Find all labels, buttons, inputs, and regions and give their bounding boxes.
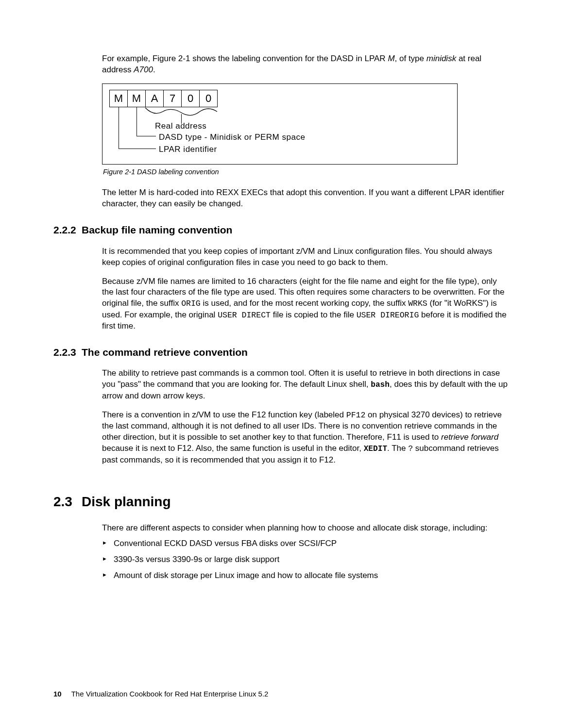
list-item: Conventional ECKD DASD versus FBA disks … — [102, 538, 510, 549]
list-item: Amount of disk storage per Linux image a… — [102, 570, 510, 581]
heading-2-2-2: 2.2.2Backup file naming convention — [53, 223, 510, 237]
label-cells: M M A 7 0 0 — [109, 90, 218, 107]
heading-2-2-3: 2.2.3The command retrieve convention — [53, 346, 510, 359]
page-number: 10 — [53, 690, 62, 698]
heading-text: Disk planning — [82, 494, 171, 509]
figure-label-real: Real address — [155, 121, 206, 132]
cell: 7 — [164, 90, 182, 107]
text: because it is next to F12. Also, the sam… — [102, 444, 364, 453]
heading-number: 2.2.2 — [53, 223, 82, 237]
lpar-var: M — [388, 54, 394, 63]
figure-2-1: M M A 7 0 0 Real address DASD type - Min… — [102, 83, 458, 165]
document-page: For example, Figure 2-1 shows the labeli… — [0, 0, 563, 728]
list-item: 3390-3s versus 3390-9s or large disk sup… — [102, 554, 510, 565]
text: For example, Figure 2-1 shows the labeli… — [102, 54, 388, 63]
text: file is copied to the file — [271, 310, 357, 319]
figure-label-type: DASD type - Minidisk or PERM space — [159, 132, 305, 143]
section-2-2-3-body: The ability to retrieve past commands is… — [102, 368, 510, 466]
intro-block: For example, Figure 2-1 shows the labeli… — [102, 53, 510, 210]
heading-text: Backup file naming convention — [82, 224, 232, 235]
page-footer: 10The Virtualization Cookbook for Red Ha… — [53, 689, 268, 699]
connector — [119, 107, 119, 149]
paragraph: Because z/VM file names are limited to 1… — [102, 276, 510, 332]
bullet-list: Conventional ECKD DASD versus FBA disks … — [102, 538, 510, 581]
inline-code: WRKS — [408, 299, 427, 308]
text: , of type — [395, 54, 427, 63]
text: is used, and for the most recent working… — [201, 298, 408, 308]
connector — [119, 149, 156, 149]
figure-caption: Figure 2-1 DASD labeling convention — [103, 167, 510, 177]
connector — [136, 136, 156, 136]
heading-2-3: 2.3Disk planning — [53, 493, 510, 511]
text: . The — [387, 444, 408, 453]
inline-code: bash — [371, 381, 390, 389]
heading-text: The command retrieve convention — [82, 347, 248, 358]
paragraph: There is a convention in z/VM to use the… — [102, 410, 510, 466]
heading-number: 2.2.3 — [53, 346, 82, 359]
section-2-3-body: There are different aspects to consider … — [102, 523, 510, 582]
text: There is a convention in z/VM to use the… — [102, 410, 346, 419]
connector — [136, 107, 137, 136]
type-var: minidisk — [427, 54, 456, 63]
inline-code: XEDIT — [364, 445, 387, 453]
inline-code: ORIG — [181, 299, 201, 308]
inline-code: ? — [408, 444, 413, 453]
italic-term: retrieve forward — [441, 432, 498, 442]
paragraph: There are different aspects to consider … — [102, 523, 510, 534]
after-figure-paragraph: The letter M is hard-coded into REXX EXE… — [102, 187, 510, 210]
book-title: The Virtualization Cookbook for Red Hat … — [71, 690, 269, 698]
addr-var: A700 — [134, 65, 153, 74]
figure-label-lpar: LPAR identifier — [159, 144, 217, 155]
cell: 0 — [182, 90, 200, 107]
text: . — [153, 65, 155, 74]
inline-code: PF12 — [346, 411, 366, 420]
cell: 0 — [200, 90, 217, 107]
inline-code: USER DIRECT — [218, 311, 271, 320]
cell: A — [146, 90, 164, 107]
inline-code: USER DIREORIG — [357, 311, 419, 320]
paragraph: It is recommended that you keep copies o… — [102, 246, 510, 268]
section-2-2-2-body: It is recommended that you keep copies o… — [102, 246, 510, 332]
heading-number: 2.3 — [53, 493, 82, 511]
cell: M — [110, 90, 128, 107]
cell: M — [128, 90, 146, 107]
intro-paragraph: For example, Figure 2-1 shows the labeli… — [102, 53, 510, 76]
paragraph: The ability to retrieve past commands is… — [102, 368, 510, 402]
